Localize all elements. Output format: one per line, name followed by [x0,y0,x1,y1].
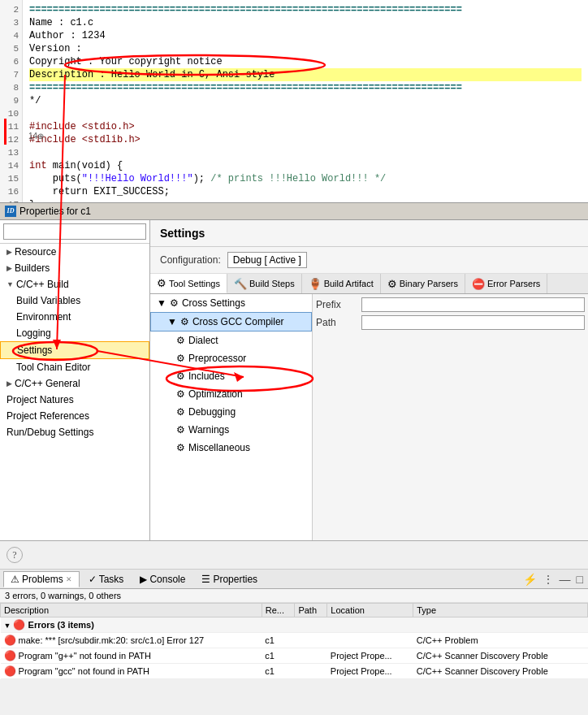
settings-panel: Settings Configuration: Debug [ Active ]… [150,220,588,540]
tree-item-run-debug[interactable]: Run/Debug Settings [0,424,149,440]
config-row: Configuration: Debug [ Active ] [150,247,588,274]
row-location-0 [327,633,413,648]
tree-item-resource[interactable]: ▶ Resource [0,244,149,260]
preprocessor-icon: ⚙ [176,350,185,366]
console-tab-icon: ▶ [140,574,147,585]
error-parsers-icon: ⛔ [472,278,485,290]
bottom-tab-actions: ⚡ ⋮ — □ [521,573,585,586]
tab-build-steps[interactable]: 🔨 Build Steps [227,274,302,293]
row-path-2 [295,664,327,679]
errors-section-row[interactable]: ▼ 🔴 Errors (3 items) [1,618,588,633]
properties-tree-panel: ▶ Resource ▶ Builders ▼ C/C++ Build Buil… [0,220,150,540]
stree-debugging[interactable]: ⚙ Debugging [150,403,312,421]
path-field-row: Path [316,315,585,330]
table-row[interactable]: 🔴 Program "g++" not found in PATH c1 Pro… [1,648,588,664]
row-type-2: C/C++ Scanner Discovery Proble [413,664,588,679]
row-resource-0: c1 [262,633,295,648]
tree-item-ccpp-general[interactable]: ▶ C/C++ General [0,375,149,392]
tab-error-parsers[interactable]: ⛔ Error Parsers [465,274,547,293]
tree-item-project-references[interactable]: Project References [0,408,149,424]
stree-dialect[interactable]: ⚙ Dialect [150,332,312,349]
btab-properties[interactable]: ☰ Properties [194,571,265,587]
stree-preprocessor[interactable]: ⚙ Preprocessor [150,349,312,367]
tab-binary-parsers[interactable]: ⚙ Binary Parsers [381,274,465,293]
tab-build-artifact[interactable]: 🏺 Build Artifact [302,274,381,293]
properties-tab-label: Properties [213,574,257,585]
tree-item-toolchain-editor[interactable]: Tool Chain Editor [0,359,149,375]
col-description: Description [1,604,262,618]
errors-section-icon: 🔴 [13,619,25,630]
maximize-button[interactable]: □ [575,573,585,586]
filter-button[interactable]: ⚡ [521,573,538,586]
stree-warnings[interactable]: ⚙ Warnings [150,421,312,439]
prefix-input[interactable] [361,297,585,312]
row-path-1 [295,648,327,664]
btab-problems[interactable]: ⚠ Problems ✕ [3,571,80,587]
table-row[interactable]: 🔴 Program "gcc" not found in PATH c1 Pro… [1,664,588,679]
settings-tree: ▼ ⚙ Cross Settings ▼ ⚙ Cross GCC Compile… [150,294,313,540]
errors-expand-icon: ▼ [4,622,11,630]
path-input[interactable] [361,315,585,330]
error-indicator-12 [4,132,12,145]
config-label: Configuration: [160,254,221,266]
props-search-input[interactable] [3,223,146,240]
options-button[interactable]: ⋮ [541,573,556,586]
build-artifact-icon: 🏺 [309,278,322,290]
tree-item-build-vars[interactable]: Build Variables [0,292,149,309]
prefix-field-row: Prefix [316,297,585,312]
settings-tabs: ⚙ Tool Settings 🔨 Build Steps 🏺 Build Ar… [150,274,588,294]
minimize-button[interactable]: — [558,573,573,586]
props-search-area [0,220,149,244]
properties-tab-icon: ☰ [201,574,210,585]
help-button[interactable]: ? [6,547,23,563]
error-indicator-11 [4,119,12,132]
console-tab-label: Console [149,574,185,585]
row-type-0: C/C++ Problem [413,633,588,648]
bottom-panel: ⚠ Problems ✕ ✓ Tasks ▶ Console ☰ Propert… [0,570,588,715]
row-desc-2: 🔴 Program "gcc" not found in PATH [1,664,262,679]
row-desc-1: 🔴 Program "g++" not found in PATH [1,648,262,664]
tab-tool-settings[interactable]: ⚙ Tool Settings [150,274,227,293]
optimization-icon: ⚙ [176,386,185,402]
line-numbers: 2345 6789 10111213 14151617 18 [0,0,23,202]
tree-item-settings[interactable]: Settings [0,341,149,359]
row-desc-0: 🔴 make: *** [src/subdir.mk:20: src/c1.o]… [1,633,262,648]
build-steps-icon: 🔨 [234,278,247,290]
stree-cross-settings[interactable]: ▼ ⚙ Cross Settings [150,294,312,312]
col-resource: Re... [262,604,295,618]
col-path: Path [295,604,327,618]
row-resource-1: c1 [262,648,295,664]
btab-tasks[interactable]: ✓ Tasks [81,571,132,587]
bottom-tabs: ⚠ Problems ✕ ✓ Tasks ▶ Console ☰ Propert… [0,570,588,589]
stree-cross-gcc[interactable]: ▼ ⚙ Cross GCC Compiler [150,312,312,332]
tree-item-ccppbuild[interactable]: ▼ C/C++ Build [0,276,149,292]
warnings-icon: ⚙ [176,422,185,438]
col-type: Type [413,604,588,618]
prefix-label: Prefix [316,299,357,310]
problems-table: Description Re... Path Location Type ▼ 🔴… [0,603,588,679]
tree-item-environment[interactable]: Environment [0,309,149,325]
problems-scroll[interactable]: Description Re... Path Location Type ▼ 🔴… [0,603,588,715]
debugging-icon: ⚙ [176,404,185,420]
tree-item-builders[interactable]: ▶ Builders [0,260,149,276]
miscellaneous-icon: ⚙ [176,440,185,456]
settings-right-panel: Prefix Path [313,294,588,540]
row-location-2: Project Prope... [327,664,413,679]
tree-item-logging[interactable]: Logging [0,325,149,341]
stree-optimization[interactable]: ⚙ Optimization [150,385,312,403]
row-location-1: Project Prope... [327,648,413,664]
tasks-tab-icon: ✓ [89,574,97,585]
cross-gcc-icon: ⚙ [180,314,189,330]
errors-section-label: Errors (3 items) [28,620,94,630]
problems-tab-close[interactable]: ✕ [66,575,72,583]
row-type-1: C/C++ Scanner Discovery Proble [413,648,588,664]
tasks-tab-label: Tasks [99,574,124,585]
table-row[interactable]: 🔴 make: *** [src/subdir.mk:20: src/c1.o]… [1,633,588,648]
properties-title: Properties for c1 [19,206,91,217]
config-value: Debug [ Active ] [227,252,307,268]
stree-includes[interactable]: ⚙ Includes [150,367,312,385]
stree-miscellaneous[interactable]: ⚙ Miscellaneous [150,439,312,457]
code-editor[interactable]: 2345 6789 10111213 14151617 18 =========… [0,0,588,203]
btab-console[interactable]: ▶ Console [132,571,192,587]
tree-item-project-natures[interactable]: Project Natures [0,392,149,408]
